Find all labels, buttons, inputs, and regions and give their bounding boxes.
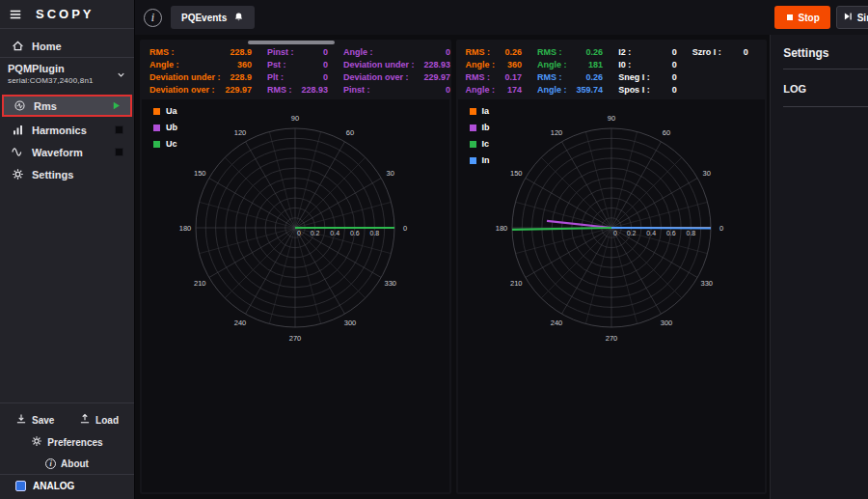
legend-label: Ua bbox=[166, 106, 177, 116]
stop-indicator-icon[interactable] bbox=[115, 148, 123, 156]
legend-swatch bbox=[470, 141, 476, 148]
svg-text:0.4: 0.4 bbox=[646, 230, 656, 236]
stats-column: RMS :228.9Angle :360Deviation under :228… bbox=[149, 46, 252, 96]
legend-item-ua[interactable]: Ua bbox=[153, 106, 177, 116]
stats-scrollbar-thumb[interactable] bbox=[248, 41, 335, 44]
stat-item: Angle :0 bbox=[343, 46, 450, 58]
content-area: RMS :228.9Angle :360Deviation under :228… bbox=[135, 35, 868, 499]
legend-swatch bbox=[470, 108, 476, 115]
sidebar-header: SCOPY bbox=[0, 0, 134, 29]
sidebar-item-rms[interactable]: Rms bbox=[2, 95, 132, 117]
voltage-panel: RMS :228.9Angle :360Deviation under :228… bbox=[140, 40, 451, 494]
svg-text:120: 120 bbox=[234, 128, 247, 137]
stat-label: Angle : bbox=[537, 84, 567, 96]
about-button[interactable]: i About bbox=[43, 457, 91, 471]
stat-value: 0 bbox=[311, 71, 328, 83]
stats-column: Szro I :0 bbox=[692, 46, 748, 96]
preferences-button[interactable]: Preferences bbox=[29, 433, 104, 451]
pqevents-button[interactable]: PQEvents bbox=[171, 6, 255, 29]
legend-label: Ic bbox=[482, 139, 490, 149]
stat-item: Plt :0 bbox=[267, 71, 328, 83]
stat-item: RMS :0.17 bbox=[466, 71, 523, 83]
info-button[interactable]: i bbox=[144, 9, 162, 27]
legend-item-ub[interactable]: Ub bbox=[153, 123, 177, 132]
stat-item: Angle :181 bbox=[537, 59, 603, 70]
sidebar-item-label: Waveform bbox=[32, 147, 83, 158]
analog-label: ANALOG bbox=[33, 481, 74, 491]
stat-value: 0.26 bbox=[585, 46, 603, 58]
stat-value: 0 bbox=[731, 46, 748, 58]
svg-text:0.6: 0.6 bbox=[666, 230, 676, 236]
gear-icon bbox=[31, 435, 42, 449]
current-chart-region: IaIbIcIn 0306090120150180210240270300330… bbox=[458, 99, 766, 492]
stats-column: RMS :0.26Angle :360RMS :0.17Angle :174 bbox=[466, 46, 523, 96]
svg-text:0: 0 bbox=[613, 230, 617, 236]
stop-button[interactable]: Stop bbox=[774, 6, 830, 29]
svg-text:0.2: 0.2 bbox=[311, 230, 320, 236]
chevron-down-icon[interactable] bbox=[116, 69, 126, 80]
stat-value: 229.97 bbox=[226, 84, 253, 96]
stat-label: Szro I : bbox=[692, 46, 721, 58]
stat-value: 181 bbox=[585, 59, 603, 70]
stat-item: Spos I :0 bbox=[618, 84, 677, 96]
stop-icon bbox=[786, 13, 794, 23]
legend-item-uc[interactable]: Uc bbox=[153, 139, 177, 149]
sidebar-item-label: Settings bbox=[32, 169, 73, 180]
save-icon bbox=[15, 413, 27, 427]
load-icon bbox=[79, 413, 91, 427]
single-button[interactable]: Single bbox=[836, 6, 868, 29]
svg-text:210: 210 bbox=[194, 279, 206, 288]
svg-text:180: 180 bbox=[179, 224, 192, 233]
svg-text:0: 0 bbox=[403, 224, 407, 233]
sidebar-item-home[interactable]: Home bbox=[0, 35, 134, 57]
stat-label: RMS : bbox=[267, 84, 292, 96]
topbar: i PQEvents Stop Single bbox=[135, 0, 868, 35]
sidebar-item-harmonics[interactable]: Harmonics bbox=[0, 119, 134, 141]
charts-area: RMS :228.9Angle :360Deviation under :228… bbox=[135, 35, 770, 499]
gear-icon bbox=[11, 168, 24, 180]
sidebar-item-label: Home bbox=[32, 41, 62, 52]
home-icon bbox=[11, 40, 24, 52]
stat-value: 0 bbox=[660, 71, 677, 83]
stat-value: 360 bbox=[234, 59, 252, 70]
svg-text:120: 120 bbox=[551, 128, 563, 137]
stat-label: Deviation under : bbox=[343, 59, 415, 70]
legend-item-in[interactable]: In bbox=[470, 155, 490, 165]
legend-label: In bbox=[482, 155, 490, 165]
sidebar-footer: Save Load Preferences i About bbox=[0, 402, 134, 499]
stat-value: 229.97 bbox=[424, 71, 451, 83]
legend-item-ia[interactable]: Ia bbox=[470, 106, 490, 116]
voltage-chart-region: UaUbUc 030609012015018021024027030033000… bbox=[142, 99, 449, 492]
sidebar-item-analog[interactable]: ANALOG bbox=[0, 474, 134, 499]
load-button[interactable]: Load bbox=[77, 411, 121, 429]
run-indicator-play-icon[interactable] bbox=[111, 100, 122, 111]
legend-item-ic[interactable]: Ic bbox=[470, 139, 490, 149]
single-label: Single bbox=[857, 13, 868, 23]
legend-label: Uc bbox=[166, 139, 177, 149]
stats-column: Angle :0Deviation under :228.93Deviation… bbox=[343, 46, 450, 96]
svg-text:330: 330 bbox=[700, 279, 713, 288]
app-root: SCOPY HomePQMPluginserial:COM37,2400,8n1… bbox=[0, 0, 868, 499]
sidebar-item-waveform[interactable]: Waveform bbox=[0, 141, 134, 163]
sidebar-item-label: Rms bbox=[34, 100, 57, 112]
sidebar-item-sublabel: serial:COM37,2400,8n1 bbox=[8, 75, 94, 87]
sidebar-item-settings[interactable]: Settings bbox=[0, 163, 134, 185]
legend-label: Ib bbox=[482, 123, 490, 132]
stat-item: Angle :360 bbox=[149, 59, 252, 70]
sidebar: SCOPY HomePQMPluginserial:COM37,2400,8n1… bbox=[0, 0, 135, 499]
stat-item: RMS :228.9 bbox=[149, 46, 252, 58]
current-legend: IaIbIcIn bbox=[470, 106, 490, 165]
log-setting-row: LOG bbox=[783, 81, 868, 106]
stat-item: Angle :360 bbox=[466, 59, 523, 70]
legend-label: Ub bbox=[166, 123, 177, 132]
stat-label: Angle : bbox=[537, 59, 567, 70]
hamburger-menu-icon[interactable] bbox=[9, 8, 22, 21]
stop-indicator-icon[interactable] bbox=[115, 125, 123, 134]
stat-value: 0 bbox=[660, 46, 677, 58]
save-button[interactable]: Save bbox=[14, 411, 56, 429]
svg-text:90: 90 bbox=[291, 114, 299, 123]
legend-item-ib[interactable]: Ib bbox=[470, 123, 490, 132]
svg-text:0: 0 bbox=[719, 224, 723, 233]
sidebar-item-pqmplugin[interactable]: PQMPluginserial:COM37,2400,8n1 bbox=[0, 57, 134, 93]
stat-item: Pinst :0 bbox=[267, 46, 328, 58]
